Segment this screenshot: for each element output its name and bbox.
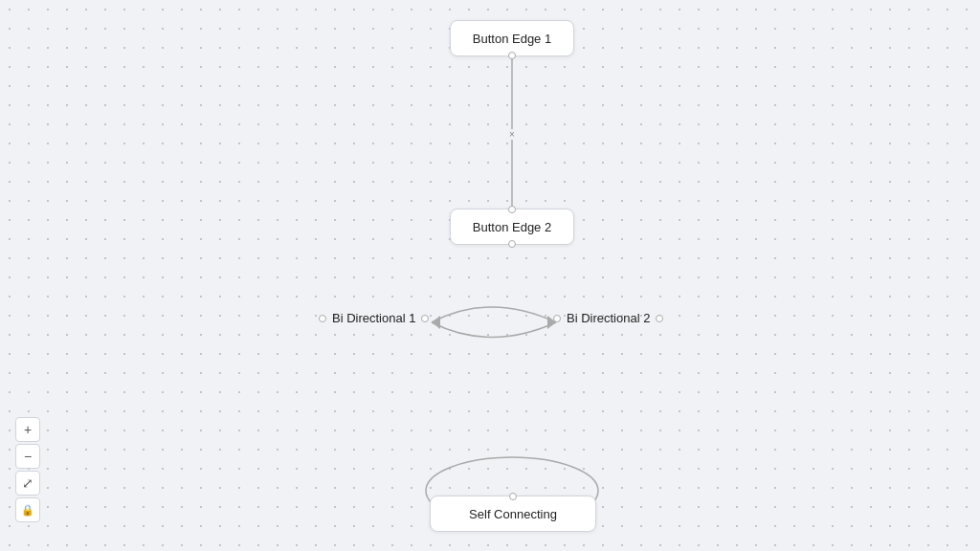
handle-top-sc[interactable] xyxy=(509,493,517,500)
node-bi-directional-2[interactable]: Bi Directional 2 xyxy=(553,311,663,325)
node-bi-directional-1-label: Bi Directional 1 xyxy=(332,311,415,325)
handle-bottom-be1[interactable] xyxy=(508,52,516,59)
canvas-background xyxy=(0,0,980,551)
edge-x-label: × xyxy=(507,129,517,140)
zoom-in-button[interactable]: + xyxy=(15,417,40,442)
node-button-edge-2[interactable]: Button Edge 2 xyxy=(450,209,574,245)
node-button-edge-1-label: Button Edge 1 xyxy=(473,32,551,46)
fit-view-button[interactable]: ⤢ xyxy=(15,471,40,496)
node-button-edge-1[interactable]: Button Edge 1 xyxy=(450,20,574,56)
handle-bottom-be2[interactable] xyxy=(508,240,516,248)
zoom-out-button[interactable]: − xyxy=(15,444,40,469)
handle-bd2-right[interactable] xyxy=(553,315,561,322)
node-button-edge-2-label: Button Edge 2 xyxy=(473,220,551,234)
node-self-connecting[interactable]: Self Connecting xyxy=(430,496,596,532)
node-bi-directional-2-label: Bi Directional 2 xyxy=(567,311,650,325)
handle-bd1-right[interactable] xyxy=(319,315,326,322)
handle-bd1-left[interactable] xyxy=(421,315,429,322)
handle-bd2-left[interactable] xyxy=(656,315,663,322)
controls-panel: + − ⤢ 🔒 xyxy=(15,417,40,522)
node-self-connecting-label: Self Connecting xyxy=(469,507,557,521)
lock-button[interactable]: 🔒 xyxy=(15,497,40,522)
node-bi-directional-1[interactable]: Bi Directional 1 xyxy=(319,311,429,325)
handle-top-be2[interactable] xyxy=(508,206,516,213)
